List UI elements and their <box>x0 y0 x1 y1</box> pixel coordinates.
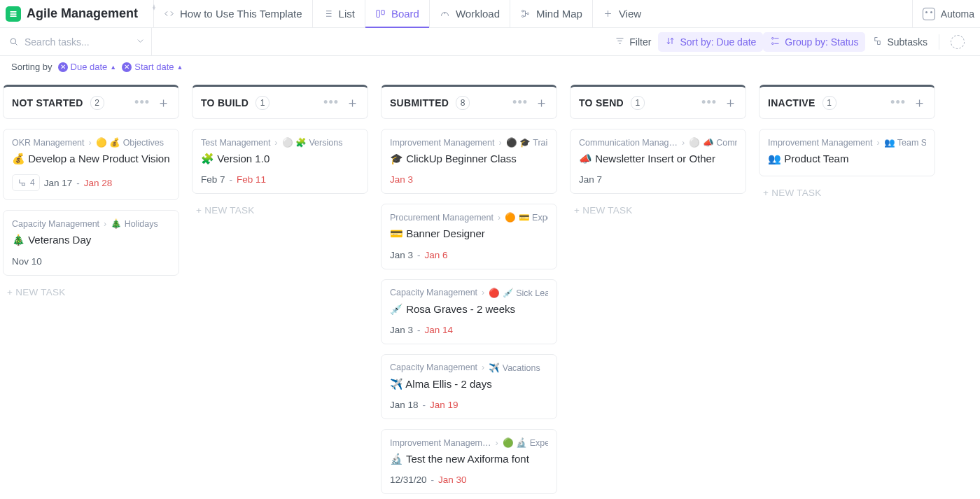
task-card[interactable]: Capacity Management › 🔴 💉 Sick Leave 💉 R… <box>381 279 557 344</box>
crumb-list[interactable]: 🟡 💰 Objectives <box>96 137 164 148</box>
crumb-list[interactable]: 🟠 💳 Expenses <box>505 212 548 223</box>
task-card[interactable]: OKR Management › 🟡 💰 Objectives 💰 Develo… <box>3 129 179 200</box>
crumb-list[interactable]: ⚫ 🎓 Trainings <box>506 137 548 148</box>
crumb-space[interactable]: Procurement Management <box>390 213 493 223</box>
due-date[interactable]: Feb 11 <box>237 174 266 185</box>
crumb-space[interactable]: Communication Manag… <box>579 138 678 148</box>
start-date[interactable]: Jan 18 <box>390 400 419 410</box>
assignee-filter[interactable] <box>944 31 972 52</box>
remove-sort-icon[interactable]: ✕ <box>122 62 132 72</box>
due-date[interactable]: Jan 6 <box>425 250 448 260</box>
crumb-list[interactable]: ⚪ 📣 Communica… <box>689 137 737 148</box>
column-add-icon[interactable]: ＋ <box>346 96 359 109</box>
filter-button[interactable]: Filter <box>608 32 658 52</box>
crumb-space[interactable]: Capacity Management <box>390 363 477 372</box>
column-add-icon[interactable]: ＋ <box>913 96 926 109</box>
sort-chip-label: Start date <box>134 62 174 72</box>
start-date[interactable]: 12/31/20 <box>390 475 427 485</box>
group-icon <box>770 36 780 48</box>
crumb-space[interactable]: Capacity Management <box>390 288 477 297</box>
tab-mind-map[interactable]: Mind Map <box>510 0 592 28</box>
start-date[interactable]: Feb 7 <box>201 174 225 185</box>
column-add-icon[interactable]: ＋ <box>157 96 170 109</box>
tab-how-to-use[interactable]: How to Use This Template <box>153 0 312 28</box>
crumb-list[interactable]: 🔴 💉 Sick Leave <box>489 288 548 298</box>
column-menu-icon[interactable]: ••• <box>134 95 150 110</box>
svg-rect-2 <box>10 15 16 17</box>
task-card[interactable]: Communication Manag… › ⚪ 📣 Communica… 📣 … <box>570 129 746 194</box>
column-menu-icon[interactable]: ••• <box>323 95 339 110</box>
new-task-button[interactable]: + NEW TASK <box>192 204 368 217</box>
crumb-list[interactable]: 👥 Team Status <box>884 137 926 148</box>
breadcrumb: Communication Manag… › ⚪ 📣 Communica… <box>579 137 737 148</box>
column-header[interactable]: NOT STARTED 2 ••• ＋ <box>3 85 179 119</box>
crumb-space[interactable]: Test Management <box>201 138 270 148</box>
task-card[interactable]: Test Management › ⚪ 🧩 Versions 🧩 Version… <box>192 129 368 194</box>
task-dates: Jan 3 - Jan 14 <box>390 325 548 335</box>
breadcrumb: Improvement Management › ⚫ 🎓 Trainings <box>390 137 548 148</box>
task-card[interactable]: Procurement Management › 🟠 💳 Expenses 💳 … <box>381 204 557 269</box>
crumb-list[interactable]: 🎄 Holidays <box>111 218 158 229</box>
column-to-build: TO BUILD 1 ••• ＋ Test Management › ⚪ 🧩 V… <box>192 85 368 499</box>
column-header[interactable]: TO SEND 1 ••• ＋ <box>570 85 746 119</box>
search-input[interactable] <box>24 36 122 48</box>
robot-icon <box>923 8 935 20</box>
start-date[interactable]: Nov 10 <box>12 256 42 267</box>
column-header[interactable]: TO BUILD 1 ••• ＋ <box>192 85 368 119</box>
crumb-list[interactable]: ✈️ Vacations <box>489 363 540 373</box>
crumb-space[interactable]: Improvement Management <box>390 138 494 148</box>
sort-chip-due-date[interactable]: ✕ Due date ▲ <box>58 62 117 72</box>
group-button[interactable]: Group by: Status <box>763 32 865 52</box>
crumb-list[interactable]: 🟢 🔬 Experime… <box>503 437 548 448</box>
column-add-icon[interactable]: ＋ <box>724 96 737 109</box>
column-count: 1 <box>822 96 836 110</box>
due-date[interactable]: Jan 19 <box>430 400 458 410</box>
tab-add-view[interactable]: View <box>592 0 651 28</box>
task-card[interactable]: Improvement Management › ⚫ 🎓 Trainings 🎓… <box>381 129 557 194</box>
sort-chip-label: Due date <box>71 62 108 72</box>
tab-workload[interactable]: Workload <box>429 0 510 28</box>
task-title: 💉 Rosa Graves - 2 weeks <box>390 302 548 316</box>
new-task-button[interactable]: + NEW TASK <box>570 204 746 217</box>
due-date[interactable]: Jan 28 <box>84 178 113 188</box>
due-date[interactable]: Jan 30 <box>438 475 467 485</box>
column-menu-icon[interactable]: ••• <box>890 95 906 110</box>
column-menu-icon[interactable]: ••• <box>701 95 717 110</box>
due-date[interactable]: Jan 3 <box>390 174 413 185</box>
crumb-space[interactable]: Improvement Managem… <box>390 438 491 448</box>
start-date[interactable]: Jan 3 <box>390 325 413 335</box>
tab-list[interactable]: List <box>312 0 365 28</box>
subtasks-button[interactable]: Subtasks <box>865 32 934 52</box>
start-date[interactable]: Jan 7 <box>579 174 602 185</box>
avatar-outline-icon <box>951 35 965 49</box>
crumb-space[interactable]: Capacity Management <box>12 219 99 229</box>
task-card[interactable]: Capacity Management › 🎄 Holidays 🎄 Veter… <box>3 210 179 275</box>
breadcrumb: Procurement Management › 🟠 💳 Expenses <box>390 212 548 223</box>
crumb-space[interactable]: OKR Management <box>12 138 85 148</box>
sort-button[interactable]: Sort by: Due date <box>658 32 763 52</box>
new-task-button[interactable]: + NEW TASK <box>3 286 179 299</box>
task-dates: Nov 10 <box>12 256 170 267</box>
tab-board[interactable]: Board <box>365 0 429 28</box>
new-task-button[interactable]: + NEW TASK <box>759 186 935 199</box>
task-card[interactable]: Improvement Managem… › 🟢 🔬 Experime… 🔬 T… <box>381 429 557 494</box>
task-card[interactable]: Improvement Management › 👥 Team Status 👥… <box>759 129 935 176</box>
due-date[interactable]: Jan 14 <box>425 325 454 335</box>
subtasks-icon <box>17 178 27 188</box>
task-card[interactable]: Capacity Management › ✈️ Vacations ✈️ Al… <box>381 354 557 419</box>
start-date[interactable]: Jan 3 <box>390 250 413 260</box>
crumb-space[interactable]: Improvement Management <box>768 138 872 148</box>
chevron-down-icon[interactable] <box>135 36 146 48</box>
crumb-list[interactable]: ⚪ 🧩 Versions <box>282 137 343 148</box>
remove-sort-icon[interactable]: ✕ <box>58 62 68 72</box>
subtask-pill[interactable]: 4 <box>12 174 40 191</box>
column-header[interactable]: INACTIVE 1 ••• ＋ <box>759 85 935 119</box>
sort-chip-start-date[interactable]: ✕ Start date ▲ <box>122 62 183 72</box>
column-count: 8 <box>456 96 470 110</box>
column-header[interactable]: SUBMITTED 8 ••• ＋ <box>381 85 557 119</box>
search-box[interactable] <box>8 28 152 56</box>
column-add-icon[interactable]: ＋ <box>535 96 548 109</box>
start-date[interactable]: Jan 17 <box>44 178 73 188</box>
automations-button[interactable]: Automa <box>912 0 974 28</box>
column-menu-icon[interactable]: ••• <box>512 95 528 110</box>
